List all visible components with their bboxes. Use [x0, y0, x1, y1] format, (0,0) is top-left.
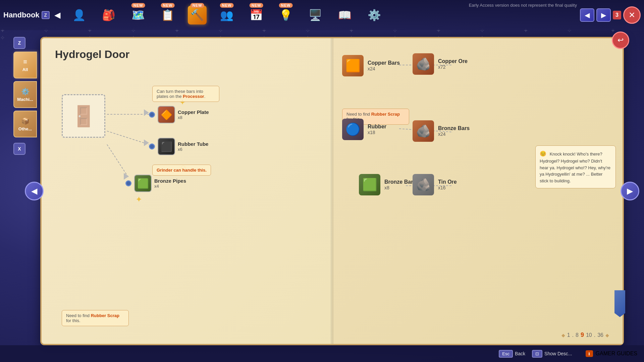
- character-icon: 👤: [70, 6, 89, 24]
- nav-item-calendar[interactable]: NEW 📅: [243, 6, 270, 24]
- rubber-label: Rubber: [368, 124, 386, 130]
- esc-key: Esc: [499, 350, 513, 358]
- nav-item-people[interactable]: NEW 👥: [213, 6, 240, 24]
- sidebar-tab-other[interactable]: 📦 Othe...: [13, 111, 37, 137]
- copper-plate-label: Copper Plate: [178, 109, 209, 115]
- nav-item-bulb[interactable]: NEW 💡: [272, 6, 299, 24]
- ctrl-key: ⊡: [532, 350, 542, 358]
- tin-ore-qty: x16: [438, 185, 457, 190]
- joke-box: 😊 Knock knock! Who's there? Hydrogel? Hy…: [535, 145, 616, 188]
- copper-plate-qty: x8: [178, 115, 209, 120]
- nav-item-settings[interactable]: ⚙️: [361, 6, 388, 24]
- copper-bars-label: Copper Bars: [368, 60, 400, 66]
- back-nav-button[interactable]: ◀: [52, 9, 63, 21]
- gg-text: GAMER GUIDES: [596, 351, 637, 357]
- joke-text: Knock knock! Who's there? Hydrogel? Hydr…: [540, 152, 610, 183]
- early-access-notice: Early Access version does not represent …: [469, 3, 577, 8]
- tools-new-badge: NEW: [191, 3, 204, 8]
- book-next-button[interactable]: ▶: [621, 182, 639, 200]
- map-new-badge: NEW: [131, 3, 145, 8]
- processor-hint-box: Can turn these bars into plates on the P…: [152, 86, 219, 102]
- ingredient-tin-ore: 🪨 Tin Ore x16: [413, 174, 457, 195]
- craft-tree-area: 🚪 🔶 Copper Plate x8 ⬛ Rubber Tube x6: [55, 67, 319, 333]
- handbook-title: Handbook Z ◀: [3, 9, 63, 21]
- other-tab-label: Othe...: [18, 126, 32, 131]
- tin-ore-info: Tin Ore x16: [438, 179, 457, 190]
- return-button[interactable]: ↩: [612, 32, 629, 49]
- diamond-left: ◆: [561, 333, 565, 338]
- sidebar-tab-all[interactable]: ≡ All: [13, 52, 37, 78]
- nav-item-missions[interactable]: NEW 📋: [154, 6, 181, 24]
- settings-icon: ⚙️: [365, 6, 384, 24]
- display-icon: 🖥️: [306, 6, 325, 24]
- craft-node-copper-plate: 🔶 Copper Plate x8: [149, 106, 209, 123]
- product-image-box: 🚪: [62, 94, 105, 138]
- all-tab-icon: ≡: [23, 58, 27, 66]
- product-sketch-icon: 🚪: [71, 104, 96, 128]
- copper-ore-1-qty: x72: [438, 64, 468, 70]
- missions-new-badge: NEW: [161, 3, 175, 8]
- nav-item-map[interactable]: NEW 🗺️: [125, 6, 152, 24]
- next-page-button[interactable]: ▶: [596, 8, 611, 22]
- processor-hint-text: Can turn these bars into plates on the P…: [157, 89, 205, 99]
- rubber-tube-label: Rubber Tube: [178, 141, 208, 147]
- copper-ore-1-info: Copper Ore x72: [438, 58, 468, 70]
- bronze-bars-icon: 🟩: [359, 174, 380, 195]
- joke-face-icon: 😊: [540, 151, 546, 157]
- close-button[interactable]: ✕: [623, 6, 641, 24]
- gamer-guides-logo: ⫿ GAMER GUIDES: [586, 350, 637, 357]
- x-key: X: [13, 143, 25, 155]
- copper-ore-1-icon: 🪨: [413, 53, 434, 75]
- bronze-pipes-info: Bronze Pipes x4: [154, 178, 186, 189]
- copper-ore-2-label: Bronze Bars: [438, 125, 470, 131]
- copper-plate-info: Copper Plate x8: [178, 109, 209, 120]
- gg-bars: ⫿: [588, 352, 590, 356]
- nav-item-book[interactable]: 📖: [331, 6, 358, 24]
- nav-item-tools[interactable]: NEW 🔨: [184, 6, 211, 24]
- book-prev-button[interactable]: ◀: [25, 182, 44, 200]
- machinery-tab-icon: ⚙️: [21, 87, 30, 96]
- bag-icon: 🎒: [99, 6, 118, 24]
- topbar: Handbook Z ◀ 👤 🎒 NEW 🗺️ NEW 📋 NEW 🔨 NEW …: [0, 0, 644, 30]
- bronze-bars-qty: x8: [384, 185, 416, 190]
- book-icon: 📖: [335, 6, 354, 24]
- bulb-new-badge: NEW: [279, 3, 293, 8]
- bookmark: [614, 290, 625, 317]
- page-numbers: ◆ 1 . 8 9 10 . 36 ◆: [561, 331, 609, 339]
- bulb-icon: 💡: [276, 6, 295, 24]
- nav-item-character[interactable]: 👤: [66, 6, 93, 24]
- item-title: Hydrogel Door: [55, 48, 319, 61]
- show-desc-hint: ⊡ Show Desc...: [532, 350, 572, 358]
- bronze-pipes-icon: 🟩: [134, 175, 152, 192]
- page-8: 8: [576, 332, 579, 338]
- topbar-right: ◀ ▶ 3 ✕: [580, 6, 641, 24]
- other-tab-icon: 📦: [21, 117, 30, 125]
- rubber-tube-icon: ⬛: [158, 138, 175, 155]
- copper-plate-icon: 🔶: [158, 106, 175, 123]
- book-left-page: Hydrogel Door 🚪: [42, 38, 332, 344]
- bottombar: Esc Back ⊡ Show Desc... ⫿ GAMER GUIDES: [0, 345, 644, 362]
- copper-ore-2-icon: 🪨: [413, 120, 434, 142]
- bronze-pipes-label: Bronze Pipes: [154, 178, 186, 184]
- rubber-scrap-hint-1: Need to find Rubber Scrap for this.: [62, 310, 129, 326]
- tin-ore-icon: 🪨: [413, 174, 434, 195]
- nav-item-bag[interactable]: 🎒: [95, 6, 122, 24]
- page-dot-1: .: [572, 332, 574, 338]
- nav-item-display[interactable]: 🖥️: [302, 6, 329, 24]
- star-deco-3: ✦: [136, 195, 142, 204]
- grinder-hint-text: Grinder can handle this.: [157, 168, 207, 173]
- all-tab-label: All: [22, 67, 28, 72]
- z-key-badge: Z: [42, 11, 50, 19]
- sidebar-tab-machinery[interactable]: ⚙️ Machi...: [13, 81, 37, 108]
- show-desc-label: Show Desc...: [544, 351, 572, 356]
- rubber-tube-info: Rubber Tube x6: [178, 141, 208, 152]
- calendar-icon: 📅: [247, 6, 266, 24]
- page-36: 36: [597, 332, 603, 338]
- esc-back-hint: Esc Back: [499, 350, 525, 358]
- back-label: Back: [515, 351, 525, 356]
- map-icon: 🗺️: [129, 6, 148, 24]
- page-1: 1: [567, 332, 570, 338]
- copper-ore-2-info: Bronze Bars x24: [438, 125, 470, 137]
- prev-page-button[interactable]: ◀: [580, 8, 594, 22]
- ingredient-copper-ore-2: 🪨 Bronze Bars x24: [413, 120, 470, 142]
